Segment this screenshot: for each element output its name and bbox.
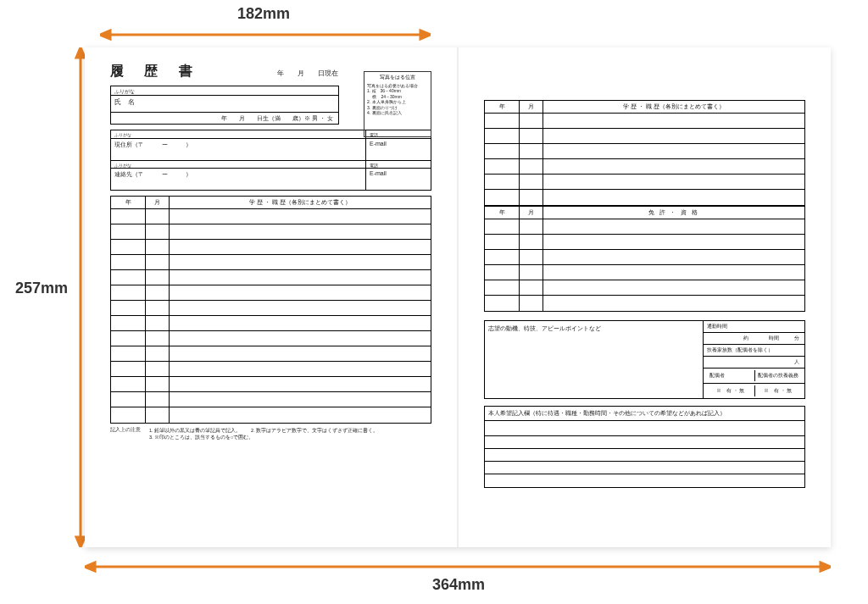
spouse-duty-yesno: ※ 有 ・ 無 [754,385,802,396]
history-table-right: 年 月 学 歴 ・ 職 歴（各別にまとめて書く） [484,100,805,206]
hist-col-year: 年 [111,197,145,208]
tel2-label: 電話 [365,160,431,168]
svg-marker-7 [85,562,95,571]
email2-label: E-mail [365,168,431,190]
dim-top-label: 182mm [237,5,290,23]
table-row [485,219,804,235]
history-table-left: 年 月 学 歴 ・ 職 歴（各別にまとめて書く） [110,196,431,424]
photo-title: 写真をはる位置 [367,75,428,81]
page-right: 年 月 学 歴 ・ 職 歴（各別にまとめて書く） 年 月 免 許 ・ 資 格 [458,47,831,547]
photo-placeholder: 写真をはる位置 写真をはる必要がある場合 1. 縦 36～40mm 横 24～3… [364,71,431,137]
svg-marker-2 [420,30,431,39]
license-table: 年 月 免 許 ・ 資 格 [484,206,805,312]
dependents-label: 扶養家族数（配偶者を除く） [703,345,804,357]
dim-bottom-label: 364mm [432,576,485,594]
svg-marker-8 [821,562,831,571]
table-row [111,362,431,377]
wish-box: 本人希望記入欄（特に待遇・職種・勤務時間・その他についての希望などがあれば記入） [484,406,805,488]
table-row [111,240,431,255]
page-left: 履 歴 書 年 月 日現在 写真をはる位置 写真をはる必要がある場合 1. 縦 … [85,47,458,547]
commute-value: 約 時間 分 [703,333,804,345]
hist2-col-title: 学 歴 ・ 職 歴（各別にまとめて書く） [542,101,804,113]
commute-label: 通勤時間 [703,321,804,333]
motive-box: 志望の動機、特技、アピールポイントなど 通勤時間 約 時間 分 扶養家族数（配偶… [484,320,805,399]
notes-label: 記入上の注意 [110,427,149,441]
wish-row [485,462,804,474]
table-row [485,159,804,175]
resume-title: 履 歴 書 [110,63,201,80]
name-block: ふりがな 氏 名 年 月 日生（満 歳）※ 男 ・ 女 [110,86,339,125]
table-row [485,114,804,129]
wish-body [485,421,804,436]
date-line: 年 月 日現在 [277,69,338,78]
table-row [111,224,431,240]
spouse-duty-label: 配偶者の扶養義務 [754,370,802,381]
table-row [111,301,431,316]
svg-marker-4 [76,47,85,58]
dim-side-label: 257mm [15,280,68,297]
addr-label: 現住所（〒 ー ） [111,138,365,160]
lic-col-title: 免 許 ・ 資 格 [542,207,804,219]
table-row [485,129,804,144]
contact-label: 連絡先（〒 ー ） [111,168,365,190]
svg-marker-1 [100,30,110,39]
spouse-yesno: ※ 有 ・ 無 [707,385,754,396]
dim-arrow-bottom [85,559,831,574]
svg-marker-5 [76,537,85,547]
notes-text2: 3. ※印のところは、該当するものを○で囲む。 [149,434,431,441]
table-row [485,250,804,265]
lic-col-year: 年 [485,207,519,219]
table-row [111,209,431,224]
table-row [485,235,804,250]
furigana-label: ふりがな [111,86,338,95]
contact-furigana: ふりがな [111,160,365,168]
table-row [111,270,431,285]
table-row [485,144,804,159]
hist2-col-year: 年 [485,101,519,113]
dependents-value: 人 [703,357,804,368]
table-row [485,175,804,190]
table-row [111,346,431,362]
address-block: ふりがな 電話 現住所（〒 ー ） E-mail ふりがな 電話 連絡先（〒 ー… [110,130,431,191]
wish-row [485,436,804,449]
wish-row [485,474,804,487]
notes-text1: 1. 鉛筆以外の黒又は青の筆記具で記入。 2. 数字はアラビア数字で、文字はくず… [149,427,431,434]
motive-title: 志望の動機、特技、アピールポイントなど [485,321,703,398]
photo-l5: 4. 裏面に氏名記入 [367,110,428,116]
addr-furigana: ふりがな [111,130,365,138]
name-label: 氏 名 [111,95,338,112]
document-spread: 履 歴 書 年 月 日現在 写真をはる位置 写真をはる必要がある場合 1. 縦 … [85,47,831,547]
table-row [111,316,431,331]
hist2-col-month: 月 [519,101,542,113]
wish-row [485,449,804,462]
lic-col-month: 月 [519,207,542,219]
table-row [485,190,804,205]
hist-col-month: 月 [145,197,169,208]
table-row [485,265,804,280]
hist-col-title: 学 歴 ・ 職 歴（各別にまとめて書く） [169,197,431,208]
wish-title: 本人希望記入欄（特に待遇・職種・勤務時間・その他についての希望などがあれば記入） [485,407,804,421]
table-row [111,285,431,301]
email-label: E-mail [365,138,431,160]
table-row [111,407,431,423]
birth-line: 年 月 日生（満 歳）※ 男 ・ 女 [111,112,338,124]
table-row [485,280,804,296]
table-row [485,296,804,311]
table-row [111,331,431,346]
spouse-label: 配偶者 [707,370,754,381]
table-row [111,255,431,270]
dim-arrow-top [100,27,431,42]
notes-section: 記入上の注意 1. 鉛筆以外の黒又は青の筆記具で記入。 2. 数字はアラビア数字… [110,427,431,441]
table-row [111,377,431,392]
table-row [111,392,431,407]
